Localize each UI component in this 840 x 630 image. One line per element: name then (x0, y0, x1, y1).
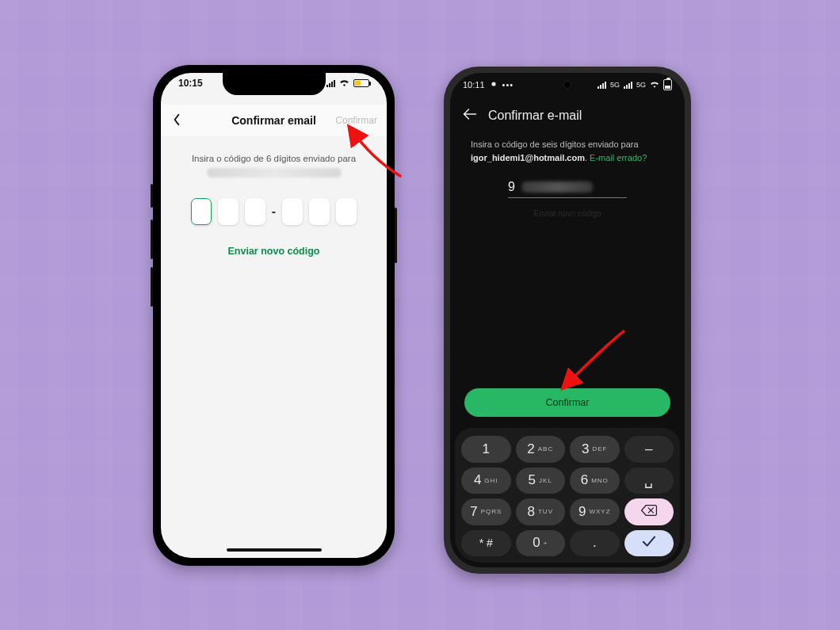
key-backspace[interactable] (624, 498, 674, 525)
confirm-button[interactable]: Confirmar (464, 388, 670, 417)
home-indicator[interactable] (227, 548, 322, 552)
status-bar-right: 10:11 ••• 5G 5G (450, 79, 685, 90)
cellular-icon (326, 80, 335, 87)
key-enter[interactable] (624, 530, 674, 557)
numeric-keypad: 1 2ABC 3DEF – 4GHI 5JKL 6MNO ␣ 7PQRS 8TU… (455, 428, 680, 563)
page-title-left: Confirmar email (231, 114, 316, 127)
code-separator: - (272, 204, 276, 219)
nav-bar-right: Confirmar e-mail (450, 100, 685, 131)
key-6[interactable]: 6MNO (570, 468, 620, 494)
key-dash[interactable]: – (624, 436, 674, 463)
code-digit-4[interactable] (282, 198, 303, 225)
email-address: igor_hidemi1@hotmail.com (471, 153, 585, 162)
phone-left-notch (223, 73, 326, 95)
code-digit-3[interactable] (245, 198, 265, 225)
back-icon[interactable] (172, 112, 181, 130)
cellular-icon-1 (598, 82, 606, 89)
code-digit-1[interactable] (191, 198, 212, 225)
confirm-button-label: Confirmar (546, 397, 590, 408)
phone-left-volume-up (151, 220, 153, 259)
content-right: Insira o código de seis dígitos enviado … (450, 138, 685, 218)
background-pattern (0, 0, 840, 630)
back-arrow-icon[interactable] (463, 106, 477, 124)
code-input-row: - (175, 198, 372, 225)
content-left: Insira o código de 6 dígitos enviado par… (161, 144, 387, 266)
key-5[interactable]: 5JKL (516, 468, 566, 494)
battery-icon (353, 79, 369, 87)
confirm-button-disabled[interactable]: Confirmar (335, 115, 377, 126)
resend-code-link[interactable]: Enviar novo código (175, 246, 372, 257)
more-notifications-icon: ••• (502, 80, 514, 90)
redacted-email-left (207, 168, 342, 178)
phone-right-frame: 10:11 ••• 5G 5G Confirmar e-ma (444, 67, 691, 574)
backspace-icon (640, 504, 658, 520)
key-3[interactable]: 3DEF (570, 436, 620, 463)
phone-left-mute-switch (151, 184, 153, 208)
network-label-1: 5G (610, 81, 620, 89)
wrong-email-link[interactable]: E-mail errado? (590, 153, 647, 162)
notification-dot-icon (490, 80, 498, 90)
phone-left-power-button (395, 208, 397, 263)
key-symbols[interactable]: * # (461, 530, 511, 557)
key-0[interactable]: 0+ (516, 530, 566, 557)
nav-bar-left: Confirmar email Confirmar (161, 105, 387, 136)
key-2[interactable]: 2ABC (516, 436, 566, 463)
instruction-text-left: Insira o código de 6 dígitos enviado par… (175, 154, 372, 163)
key-8[interactable]: 8TUV (516, 498, 566, 525)
code-input-right[interactable]: 9 (508, 180, 627, 198)
battery-icon-right (663, 79, 672, 90)
network-label-2: 5G (636, 81, 646, 89)
wifi-icon (339, 78, 349, 88)
code-digit-6[interactable] (336, 198, 357, 225)
key-7[interactable]: 7PQRS (461, 498, 511, 525)
key-4[interactable]: 4GHI (461, 468, 511, 494)
phone-right-screen: 10:11 ••• 5G 5G Confirmar e-ma (450, 73, 685, 567)
phone-left-screen: 10:15 Confirmar email Confirmar Insira o… (161, 73, 387, 558)
redacted-code-digits (521, 181, 593, 193)
phone-left-frame: 10:15 Confirmar email Confirmar Insira o… (153, 65, 395, 566)
status-time: 10:15 (178, 78, 203, 89)
code-digit-5[interactable] (309, 198, 330, 225)
key-period[interactable]: . (570, 530, 620, 557)
status-time-right: 10:11 (463, 80, 485, 90)
instruction-prefix: Insira o código de seis dígitos enviado … (471, 139, 639, 149)
key-space[interactable]: ␣ (624, 468, 674, 494)
key-1[interactable]: 1 (461, 436, 511, 463)
page-title-right: Confirmar e-mail (488, 109, 582, 123)
svg-point-0 (491, 82, 495, 86)
phone-left-volume-down (151, 267, 153, 307)
code-first-digit: 9 (508, 180, 515, 194)
key-9[interactable]: 9WXYZ (570, 498, 620, 525)
code-digit-2[interactable] (218, 198, 239, 225)
checkmark-icon (641, 535, 657, 552)
resend-hint-right[interactable]: Enviar novo código (471, 209, 664, 218)
cellular-icon-2 (624, 82, 632, 89)
instruction-text-right: Insira o código de seis dígitos enviado … (471, 138, 664, 164)
wifi-icon-right (650, 80, 659, 90)
